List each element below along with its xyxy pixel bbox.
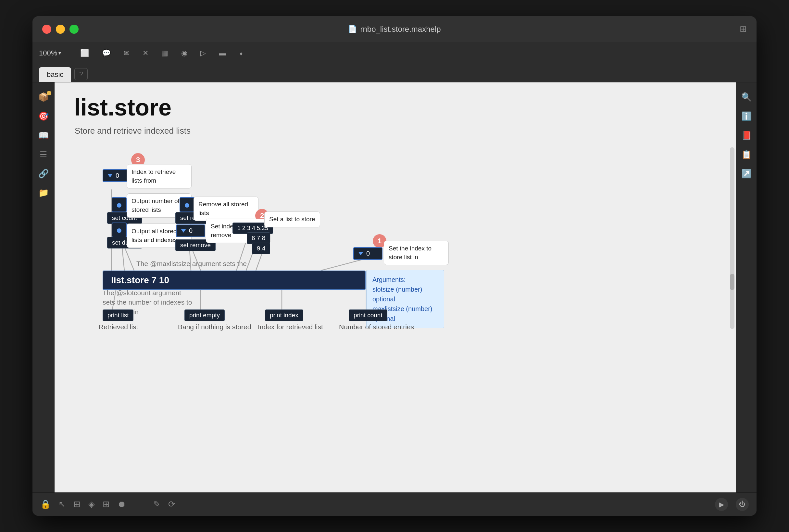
toolbar-frame-icon[interactable]: ⬜ [77,47,92,59]
toolbar: 100% ▾ ⬜ 💬 ✉ ✕ ▦ ◉ ▷ ▬ ⬧ [33,42,756,64]
file-icon: 📄 [348,25,357,33]
patch-canvas[interactable]: list.store Store and retrieve indexed li… [55,82,736,492]
checklist-icon[interactable]: 📋 [741,150,752,159]
window-title: 📄 rnbo_list.store.maxhelp [348,25,441,34]
sidebar-book-icon[interactable]: 📖 [38,130,49,140]
play-button[interactable]: ▶ [715,498,728,511]
page-title: list.store [74,94,171,121]
print-index-object[interactable]: print index [265,309,303,321]
inlet-arrow [108,174,112,177]
toggle-set-dump[interactable]: ● [112,223,127,238]
record-icon[interactable]: ⏺ [117,499,126,509]
connect-icon[interactable]: ⟳ [168,499,175,509]
edit-icon[interactable]: ✎ [153,499,160,509]
index-for-retrieved-label: Index for retrieved list [258,323,323,331]
main-window: 📄 rnbo_list.store.maxhelp ⊞ 100% ▾ ⬜ 💬 ✉… [33,16,756,516]
scrollbar-track[interactable] [730,147,734,329]
search-icon[interactable]: 🔍 [741,92,752,102]
maximize-button[interactable] [70,25,78,34]
toolbar-wand-icon[interactable]: ⬧ [236,47,246,59]
toolbar-number-icon[interactable]: ▦ [158,47,171,59]
toolbar-message-icon[interactable]: ✉ [121,47,133,59]
bottom-toolbar: 🔒 ↖ ⊞ ◈ ⊞ ⏺ ✎ ⟳ ▶ ⏻ [33,492,756,516]
scrollbar-thumb[interactable] [730,274,734,290]
toolbar-play-icon[interactable]: ▷ [197,47,209,59]
grid-icon[interactable]: ⊞ [740,24,747,34]
lock-icon[interactable]: 🔒 [40,499,51,509]
info-icon[interactable]: ℹ️ [741,111,752,121]
tab-help[interactable]: ? [74,68,88,80]
sidebar-package-icon[interactable]: 📦 [38,92,49,102]
toolbar-close-icon[interactable]: ✕ [139,47,152,59]
export-icon[interactable]: ↗️ [741,169,752,179]
breakpoint-icon[interactable]: ◈ [88,499,95,509]
group-icon[interactable]: ⊞ [73,499,80,509]
tabs-bar: basic ? [33,64,756,82]
svg-line-7 [256,254,262,270]
toolbar-minus-icon[interactable]: ▬ [216,47,229,59]
inlet-arrow-2 [181,229,186,233]
number-of-stored-label: Number of stored entries [339,323,414,331]
sidebar-right: 🔍 ℹ️ 📕 📋 ↗️ [736,82,756,492]
minimize-button[interactable] [56,25,65,34]
book-icon[interactable]: 📕 [741,130,752,140]
pointer-icon[interactable]: ↖ [58,499,66,509]
sidebar-left: 📦 🎯 📖 ☰ 🔗 📁 [33,82,55,492]
comment-index-retrieve: Index to retrieve lists from [127,164,191,188]
print-empty-object[interactable]: print empty [184,309,225,321]
toggle-set-count[interactable]: ● [112,197,127,212]
sidebar-folder-icon[interactable]: 📁 [38,188,49,198]
notification-badge [47,91,51,95]
list-object-2[interactable]: 6 7 8 [247,232,270,244]
chevron-icon: ▾ [58,50,61,56]
svg-line-8 [321,259,364,270]
traffic-lights [42,25,78,34]
page-subtitle: Store and retrieve indexed lists [75,126,190,136]
sidebar-target-icon[interactable]: 🎯 [38,111,49,121]
power-button[interactable]: ⏻ [736,498,749,511]
main-liststore-object[interactable]: list.store 7 10 [103,270,366,290]
toolbar-toggle-icon[interactable]: ◉ [178,47,190,59]
inlet-arrow-3 [359,252,363,255]
main-content: 📦 🎯 📖 ☰ 🔗 📁 list.store Store and retriev… [33,82,756,492]
close-button[interactable] [42,25,51,34]
number-box-remove[interactable]: 0 [176,225,205,237]
retrieved-list-label: Retrieved list [99,323,138,331]
print-count-object[interactable]: print count [349,309,387,321]
comment-remove-all: Remove all stored lists [194,196,258,221]
tab-basic[interactable]: basic [39,67,71,82]
toolbar-separator [69,48,69,58]
zoom-display[interactable]: 100% ▾ [39,49,61,57]
grid-icon-bottom[interactable]: ⊞ [103,499,110,509]
print-list-object[interactable]: print list [103,309,133,321]
titlebar: 📄 rnbo_list.store.maxhelp ⊞ [33,16,756,42]
bang-if-nothing-label: Bang if nothing is stored [178,323,251,331]
sidebar-link-icon[interactable]: 🔗 [38,169,49,179]
comment-set-a-list: Set a list to store [264,211,320,227]
comment-set-index-to-store: Set the index to store list in [384,241,449,265]
list-object-3[interactable]: 9.4 [252,243,270,254]
number-box-right[interactable]: 0 [353,247,383,260]
toggle-set-reset[interactable]: ● [180,197,195,212]
sidebar-list-icon[interactable]: ☰ [40,150,47,159]
toolbar-comment-icon[interactable]: 💬 [99,47,114,59]
